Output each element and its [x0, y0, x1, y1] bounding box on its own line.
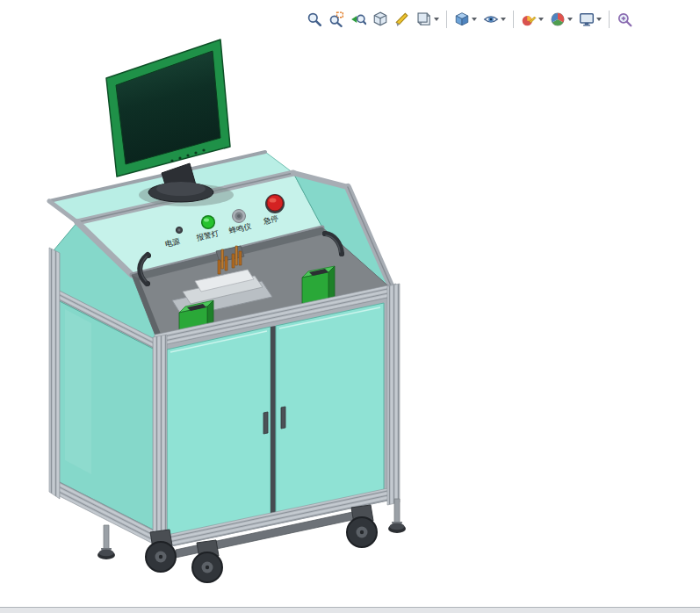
view-settings-button[interactable]: [576, 9, 604, 30]
zoom-to-fit-button[interactable]: [304, 9, 325, 30]
buzzer-button[interactable]: [233, 210, 246, 223]
section-knife-icon: [394, 11, 410, 27]
emergency-stop-button[interactable]: [265, 194, 285, 213]
caster-wheel: [347, 505, 377, 547]
dropdown-arrow-icon[interactable]: [434, 18, 439, 21]
hide-show-items-button[interactable]: [480, 9, 509, 30]
magnified-selection-button[interactable]: [614, 9, 635, 30]
display-style-button[interactable]: [451, 9, 480, 30]
door-left: [167, 327, 271, 539]
left-side-highlight: [65, 309, 91, 474]
section-view-button[interactable]: [392, 9, 413, 30]
heads-up-toolbar: [304, 9, 635, 30]
edit-appearance-button[interactable]: [518, 9, 546, 30]
machine-model[interactable]: 电源 报警灯 蜂鸣仪 急停: [49, 40, 406, 582]
front-left-post: [153, 335, 167, 553]
previous-view-button[interactable]: [348, 9, 369, 30]
shaded-cube-icon: [454, 11, 470, 27]
toolbar-separator: [513, 11, 514, 28]
view-cube-icon: [416, 11, 432, 27]
window-bottom-edge: [0, 607, 700, 613]
alarm-light-button[interactable]: [201, 215, 215, 229]
magnifier-plus-icon: [617, 11, 632, 27]
door-gap: [271, 326, 276, 518]
eye-icon: [483, 11, 499, 27]
dropdown-arrow-icon[interactable]: [567, 18, 573, 21]
magnifier-icon: [307, 11, 322, 27]
toolbar-separator: [609, 11, 610, 28]
graphics-viewport[interactable]: 电源 报警灯 蜂鸣仪 急停: [0, 0, 700, 613]
application-window: 电源 报警灯 蜂鸣仪 急停: [0, 0, 700, 613]
color-wheel-icon: [550, 11, 566, 27]
3d-drawing-view-button[interactable]: [370, 9, 391, 30]
dropdown-arrow-icon[interactable]: [596, 18, 602, 21]
zoom-area-icon: [328, 11, 344, 27]
zoom-to-area-button[interactable]: [326, 9, 347, 30]
door-right: [276, 303, 384, 517]
back-left-post: [49, 248, 60, 499]
door-handle-left: [263, 412, 268, 434]
front-right-post: [387, 284, 400, 505]
door-handle-right: [281, 407, 285, 429]
toolbar-separator: [446, 11, 447, 28]
view-orientation-button[interactable]: [414, 9, 442, 30]
previous-view-icon: [350, 11, 366, 27]
apply-scene-button[interactable]: [547, 9, 575, 30]
monitor-icon: [579, 11, 595, 27]
appearance-ball-icon: [521, 11, 537, 27]
dropdown-arrow-icon[interactable]: [501, 18, 506, 21]
leveling-foot: [97, 525, 115, 559]
dropdown-arrow-icon[interactable]: [472, 18, 477, 21]
cube-outline-icon: [372, 11, 388, 27]
dropdown-arrow-icon[interactable]: [538, 18, 544, 21]
